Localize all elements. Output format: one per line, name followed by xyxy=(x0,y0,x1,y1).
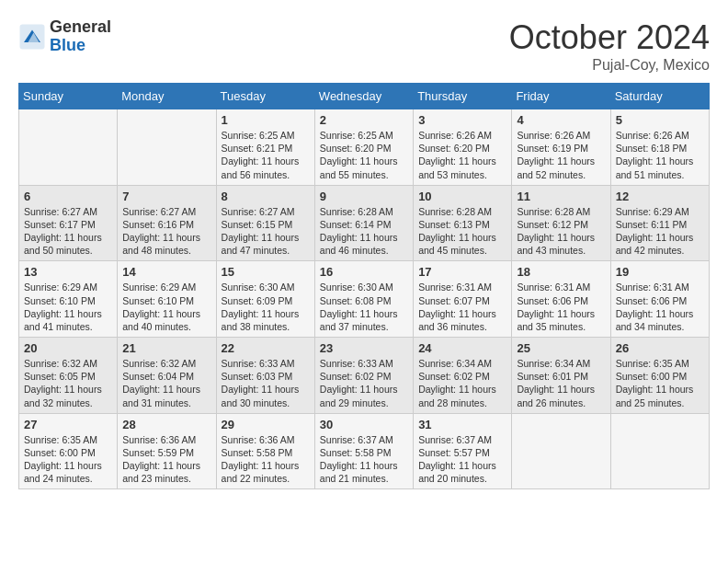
day-number: 11 xyxy=(517,190,605,203)
calendar-cell: 23Sunrise: 6:33 AM Sunset: 6:02 PM Dayli… xyxy=(314,338,413,414)
calendar-cell: 13Sunrise: 6:29 AM Sunset: 6:10 PM Dayli… xyxy=(19,261,118,338)
logo-blue-text: Blue xyxy=(50,37,111,55)
calendar-cell: 12Sunrise: 6:29 AM Sunset: 6:11 PM Dayli… xyxy=(610,185,709,261)
calendar-cell: 3Sunrise: 6:26 AM Sunset: 6:20 PM Daylig… xyxy=(414,109,512,186)
calendar-cell: 29Sunrise: 6:36 AM Sunset: 5:58 PM Dayli… xyxy=(216,413,314,489)
day-number: 15 xyxy=(222,265,310,279)
day-number: 30 xyxy=(320,418,408,431)
day-info: Sunrise: 6:25 AM Sunset: 6:20 PM Dayligh… xyxy=(320,129,408,181)
day-number: 12 xyxy=(616,190,704,203)
calendar-table: SundayMondayTuesdayWednesdayThursdayFrid… xyxy=(18,83,710,489)
calendar-week-1: 1Sunrise: 6:25 AM Sunset: 6:21 PM Daylig… xyxy=(19,109,710,186)
day-number: 25 xyxy=(517,341,605,355)
day-info: Sunrise: 6:26 AM Sunset: 6:20 PM Dayligh… xyxy=(418,129,506,181)
day-number: 6 xyxy=(24,190,112,203)
calendar-cell: 31Sunrise: 6:37 AM Sunset: 5:57 PM Dayli… xyxy=(414,413,512,489)
day-number: 8 xyxy=(222,190,310,203)
day-info: Sunrise: 6:27 AM Sunset: 6:15 PM Dayligh… xyxy=(222,205,310,258)
logo-icon xyxy=(18,23,46,51)
calendar-cell: 30Sunrise: 6:37 AM Sunset: 5:58 PM Dayli… xyxy=(314,413,413,489)
calendar-cell: 21Sunrise: 6:32 AM Sunset: 6:04 PM Dayli… xyxy=(118,338,216,414)
page-header: General Blue October 2024 Pujal-Coy, Mex… xyxy=(18,18,710,74)
day-info: Sunrise: 6:29 AM Sunset: 6:10 PM Dayligh… xyxy=(24,281,112,333)
calendar-cell: 26Sunrise: 6:35 AM Sunset: 6:00 PM Dayli… xyxy=(610,338,709,414)
calendar-week-2: 6Sunrise: 6:27 AM Sunset: 6:17 PM Daylig… xyxy=(19,185,710,261)
day-number: 19 xyxy=(616,265,704,279)
weekday-header-sunday: Sunday xyxy=(19,84,118,109)
calendar-cell: 25Sunrise: 6:34 AM Sunset: 6:01 PM Dayli… xyxy=(512,338,610,414)
day-number: 20 xyxy=(24,341,112,355)
calendar-cell: 5Sunrise: 6:26 AM Sunset: 6:18 PM Daylig… xyxy=(610,109,709,186)
calendar-cell: 8Sunrise: 6:27 AM Sunset: 6:15 PM Daylig… xyxy=(216,185,314,261)
day-number: 1 xyxy=(222,113,310,127)
day-number: 31 xyxy=(418,418,506,431)
calendar-cell: 7Sunrise: 6:27 AM Sunset: 6:16 PM Daylig… xyxy=(118,185,216,261)
day-number: 10 xyxy=(418,190,506,203)
day-number: 3 xyxy=(418,113,506,127)
day-info: Sunrise: 6:28 AM Sunset: 6:12 PM Dayligh… xyxy=(517,205,605,258)
day-number: 16 xyxy=(320,265,408,279)
day-number: 14 xyxy=(122,265,210,279)
calendar-cell: 15Sunrise: 6:30 AM Sunset: 6:09 PM Dayli… xyxy=(216,261,314,338)
day-number: 13 xyxy=(24,265,112,279)
calendar-week-5: 27Sunrise: 6:35 AM Sunset: 6:00 PM Dayli… xyxy=(19,413,710,489)
day-info: Sunrise: 6:27 AM Sunset: 6:16 PM Dayligh… xyxy=(122,205,210,258)
day-number: 21 xyxy=(122,341,210,355)
logo: General Blue xyxy=(18,18,111,55)
day-number: 27 xyxy=(24,418,112,431)
day-number: 23 xyxy=(320,341,408,355)
calendar-cell: 18Sunrise: 6:31 AM Sunset: 6:06 PM Dayli… xyxy=(512,261,610,338)
calendar-cell xyxy=(19,109,118,186)
day-number: 2 xyxy=(320,113,408,127)
day-number: 24 xyxy=(418,341,506,355)
day-info: Sunrise: 6:28 AM Sunset: 6:14 PM Dayligh… xyxy=(320,205,408,258)
day-info: Sunrise: 6:34 AM Sunset: 6:02 PM Dayligh… xyxy=(418,357,506,409)
day-info: Sunrise: 6:30 AM Sunset: 6:08 PM Dayligh… xyxy=(320,281,408,333)
month-title: October 2024 xyxy=(509,18,710,57)
weekday-header-monday: Monday xyxy=(118,84,216,109)
day-info: Sunrise: 6:30 AM Sunset: 6:09 PM Dayligh… xyxy=(222,281,310,333)
day-number: 22 xyxy=(222,341,310,355)
day-info: Sunrise: 6:35 AM Sunset: 6:00 PM Dayligh… xyxy=(616,357,704,409)
day-info: Sunrise: 6:29 AM Sunset: 6:10 PM Dayligh… xyxy=(122,281,210,333)
calendar-cell: 1Sunrise: 6:25 AM Sunset: 6:21 PM Daylig… xyxy=(216,109,314,186)
day-info: Sunrise: 6:37 AM Sunset: 5:58 PM Dayligh… xyxy=(320,433,408,486)
day-info: Sunrise: 6:31 AM Sunset: 6:07 PM Dayligh… xyxy=(418,281,506,333)
day-info: Sunrise: 6:33 AM Sunset: 6:03 PM Dayligh… xyxy=(222,357,310,409)
day-info: Sunrise: 6:35 AM Sunset: 6:00 PM Dayligh… xyxy=(24,433,112,486)
calendar-cell: 22Sunrise: 6:33 AM Sunset: 6:03 PM Dayli… xyxy=(216,338,314,414)
calendar-cell: 4Sunrise: 6:26 AM Sunset: 6:19 PM Daylig… xyxy=(512,109,610,186)
day-number: 17 xyxy=(418,265,506,279)
calendar-week-3: 13Sunrise: 6:29 AM Sunset: 6:10 PM Dayli… xyxy=(19,261,710,338)
calendar-cell: 27Sunrise: 6:35 AM Sunset: 6:00 PM Dayli… xyxy=(19,413,118,489)
calendar-cell: 28Sunrise: 6:36 AM Sunset: 5:59 PM Dayli… xyxy=(118,413,216,489)
weekday-header-row: SundayMondayTuesdayWednesdayThursdayFrid… xyxy=(19,84,710,109)
day-info: Sunrise: 6:28 AM Sunset: 6:13 PM Dayligh… xyxy=(418,205,506,258)
day-number: 29 xyxy=(222,418,310,431)
weekday-header-friday: Friday xyxy=(512,84,610,109)
day-number: 26 xyxy=(616,341,704,355)
day-info: Sunrise: 6:36 AM Sunset: 5:59 PM Dayligh… xyxy=(122,433,210,486)
weekday-header-saturday: Saturday xyxy=(610,84,709,109)
calendar-cell: 11Sunrise: 6:28 AM Sunset: 6:12 PM Dayli… xyxy=(512,185,610,261)
calendar-cell: 19Sunrise: 6:31 AM Sunset: 6:06 PM Dayli… xyxy=(610,261,709,338)
day-info: Sunrise: 6:36 AM Sunset: 5:58 PM Dayligh… xyxy=(222,433,310,486)
day-info: Sunrise: 6:26 AM Sunset: 6:18 PM Dayligh… xyxy=(616,129,704,181)
calendar-cell: 6Sunrise: 6:27 AM Sunset: 6:17 PM Daylig… xyxy=(19,185,118,261)
day-info: Sunrise: 6:31 AM Sunset: 6:06 PM Dayligh… xyxy=(616,281,704,333)
weekday-header-thursday: Thursday xyxy=(414,84,512,109)
calendar-cell: 14Sunrise: 6:29 AM Sunset: 6:10 PM Dayli… xyxy=(118,261,216,338)
day-info: Sunrise: 6:37 AM Sunset: 5:57 PM Dayligh… xyxy=(418,433,506,486)
day-number: 7 xyxy=(122,190,210,203)
calendar-body: 1Sunrise: 6:25 AM Sunset: 6:21 PM Daylig… xyxy=(19,109,710,489)
calendar-week-4: 20Sunrise: 6:32 AM Sunset: 6:05 PM Dayli… xyxy=(19,338,710,414)
calendar-cell: 17Sunrise: 6:31 AM Sunset: 6:07 PM Dayli… xyxy=(414,261,512,338)
calendar-cell: 2Sunrise: 6:25 AM Sunset: 6:20 PM Daylig… xyxy=(314,109,413,186)
weekday-header-tuesday: Tuesday xyxy=(216,84,314,109)
calendar-header: SundayMondayTuesdayWednesdayThursdayFrid… xyxy=(19,84,710,109)
day-info: Sunrise: 6:31 AM Sunset: 6:06 PM Dayligh… xyxy=(517,281,605,333)
calendar-cell xyxy=(118,109,216,186)
calendar-cell: 20Sunrise: 6:32 AM Sunset: 6:05 PM Dayli… xyxy=(19,338,118,414)
title-block: October 2024 Pujal-Coy, Mexico xyxy=(509,18,710,74)
weekday-header-wednesday: Wednesday xyxy=(314,84,413,109)
